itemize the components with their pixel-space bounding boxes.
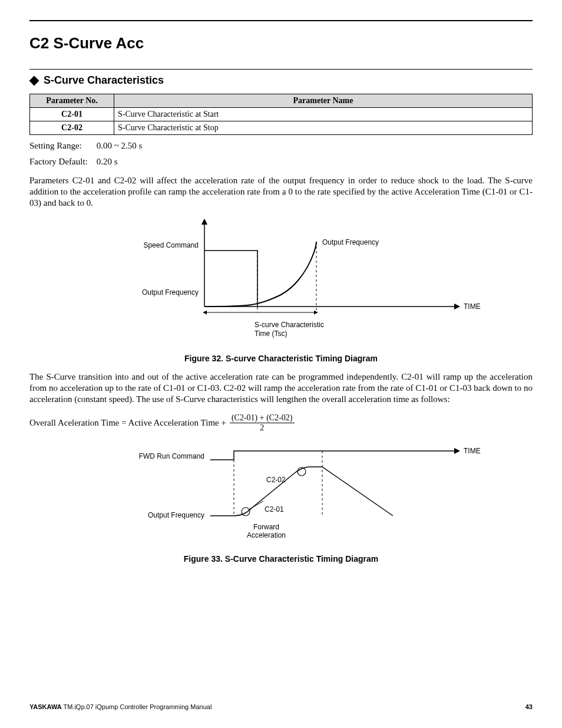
col-header-param-name: Parameter Name <box>114 94 533 108</box>
top-rule <box>29 20 533 21</box>
label-c2-02: C2-02 <box>266 476 286 484</box>
label-output-frequency-top: Output Frequency <box>322 238 379 246</box>
label-time-2: TIME <box>464 447 481 455</box>
label-scurve-time-1: S-curve Characteristic <box>254 321 324 329</box>
setting-range-label: Setting Range: <box>29 141 94 151</box>
label-forward-2: Acceleration <box>247 531 286 539</box>
label-output-frequency: Output Frequency <box>148 511 204 519</box>
setting-range-value: 0.00 ~ 2.50 s <box>97 141 143 150</box>
formula-numerator: (C2-01) + (C2-02) <box>230 413 295 423</box>
col-header-param-no: Parameter No. <box>30 94 114 108</box>
cell-param-name: S-Curve Characteristic at Start <box>114 108 533 121</box>
label-forward-1: Forward <box>253 523 279 531</box>
table-row: C2-02 S-Curve Characteristic at Stop <box>30 121 533 135</box>
factory-default-label: Factory Default: <box>29 157 94 167</box>
parameter-table: Parameter No. Parameter Name C2-01 S-Cur… <box>29 94 533 135</box>
formula-lhs: Overall Aceleration Time = Active Accele… <box>29 418 226 428</box>
section-heading-row: S-Curve Characteristics <box>29 74 533 87</box>
document-page: C2 S-Curve Acc S-Curve Characteristics P… <box>0 0 562 728</box>
diamond-icon <box>29 75 39 85</box>
table-row: C2-01 S-Curve Characteristic at Start <box>30 108 533 121</box>
figure-32-diagram: Speed Command Output Frequency Output Fr… <box>81 218 481 348</box>
section-heading: S-Curve Characteristics <box>44 74 164 87</box>
figure-33-diagram: FWD Run Command Output Frequency TIME C2… <box>63 442 499 548</box>
section-rule <box>29 69 533 70</box>
footer-left: YASKAWA TM.iQp.07 iQpump Controller Prog… <box>29 703 211 710</box>
page-title: C2 S-Curve Acc <box>29 34 533 52</box>
footer-page-number: 43 <box>525 703 533 710</box>
factory-default-value: 0.20 s <box>97 157 118 166</box>
cell-param-no: C2-01 <box>30 108 114 121</box>
footer-doc: TM.iQp.07 iQpump Controller Programming … <box>62 703 212 710</box>
page-footer: YASKAWA TM.iQp.07 iQpump Controller Prog… <box>29 703 533 710</box>
formula: Overall Aceleration Time = Active Accele… <box>29 413 533 433</box>
factory-default: Factory Default: 0.20 s <box>29 157 533 167</box>
label-fwd-run: FWD Run Command <box>139 452 204 460</box>
cell-param-no: C2-02 <box>30 121 114 135</box>
svg-line-11 <box>249 501 263 509</box>
label-c2-01: C2-01 <box>265 505 284 513</box>
footer-brand: YASKAWA <box>29 703 62 710</box>
setting-range: Setting Range: 0.00 ~ 2.50 s <box>29 141 533 151</box>
figure-33-caption: Figure 33. S-Curve Characteristic Timing… <box>29 554 533 564</box>
label-speed-command: Speed Command <box>144 241 199 249</box>
label-time: TIME <box>464 302 481 311</box>
svg-point-9 <box>242 508 250 516</box>
formula-fraction: (C2-01) + (C2-02) 2 <box>230 413 295 433</box>
formula-denominator: 2 <box>258 423 266 433</box>
paragraph-2: The S-Curve transition into and out of t… <box>29 371 533 405</box>
figure-32-caption: Figure 32. S-curve Characteristic Timing… <box>29 354 533 363</box>
paragraph-1: Parameters C2-01 and C2-02 will affect t… <box>29 175 533 209</box>
cell-param-name: S-Curve Characteristic at Stop <box>114 121 533 135</box>
table-header-row: Parameter No. Parameter Name <box>30 94 533 108</box>
label-scurve-time-2: Time (Tsc) <box>254 330 287 338</box>
label-output-frequency-left: Output Frequency <box>142 288 199 297</box>
